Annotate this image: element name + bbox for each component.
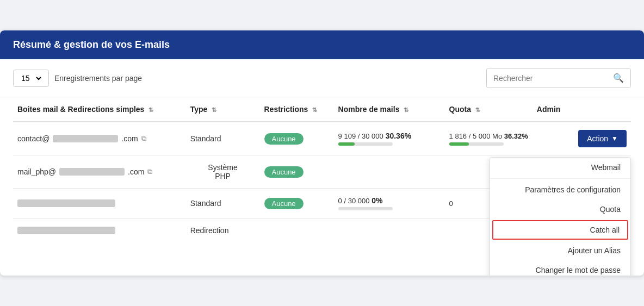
per-page-label: Enregistrements par page: [54, 74, 142, 83]
mail-percent-1: 30.36%: [386, 132, 411, 140]
menu-separator-1: [490, 178, 630, 179]
progress-bar-quota-1: [449, 142, 504, 146]
toolbar: 15 10 25 50 100 Enregistrements par page…: [0, 59, 644, 97]
col-header-nombre: Nombre de mails ⇅: [334, 97, 445, 122]
chevron-down-icon: ▼: [611, 135, 618, 142]
col-header-admin: Admin: [532, 97, 631, 122]
mail-count-3: 0 / 30 000: [338, 197, 370, 205]
email-suffix-2: .com: [128, 167, 144, 176]
col-header-quota: Quota ⇅: [445, 97, 532, 122]
type-cell-3: Standard: [186, 189, 260, 218]
quota-value-1: 1 816 / 5 000 Mo: [449, 132, 503, 140]
per-page-select-wrap[interactable]: 15 10 25 50 100: [13, 70, 49, 87]
search-button[interactable]: 🔍: [606, 68, 630, 88]
mail-percent-3: 0%: [371, 196, 382, 205]
badge-aucune-2: Aucune: [264, 166, 304, 178]
copy-icon-1[interactable]: ⧉: [141, 134, 146, 143]
nombre-cell-1: 9 109 / 30 000 30.36%: [334, 122, 445, 155]
nombre-cell-3: 0 / 30 000 0%: [334, 189, 445, 218]
table-wrap: Boites mail & Redirections simples ⇅ Typ…: [0, 97, 644, 242]
email-prefix-1: contact@: [17, 134, 49, 143]
email-blurred-3: [17, 199, 115, 207]
email-cell-3: [13, 189, 186, 218]
dropdown-item-alias[interactable]: Ajouter un Alias: [490, 241, 630, 260]
main-container: Résumé & gestion de vos E-mails 15 10 25…: [0, 30, 644, 276]
email-cell-4: [13, 218, 186, 243]
sort-icon-nombre[interactable]: ⇅: [404, 107, 408, 113]
email-cell-2: mail_php@ .com ⧉: [13, 155, 186, 189]
quota-cell-1: 1 816 / 5 000 Mo 36.32%: [445, 122, 532, 155]
emails-table: Boites mail & Redirections simples ⇅ Typ…: [13, 97, 631, 242]
badge-aucune-3: Aucune: [264, 198, 304, 209]
dropdown-item-password[interactable]: Changer le mot de passe: [490, 260, 630, 276]
admin-cell-1: Action ▼ Webmail Paramètres de configura…: [532, 122, 631, 155]
per-page-select[interactable]: 15 10 25 50 100: [19, 73, 43, 83]
quota-value-3: 0: [449, 199, 453, 208]
progress-fill-quota-1: [449, 142, 469, 146]
col-header-type: Type ⇅: [186, 97, 260, 122]
sort-icon-email[interactable]: ⇅: [148, 107, 153, 113]
toolbar-left: 15 10 25 50 100 Enregistrements par page: [13, 70, 142, 87]
mail-count-1: 9 109 / 30 000: [338, 132, 383, 140]
email-suffix-1: .com: [121, 134, 138, 143]
action-button-1[interactable]: Action ▼: [578, 130, 627, 147]
sort-icon-restrictions[interactable]: ⇅: [312, 107, 317, 113]
col-header-email: Boites mail & Redirections simples ⇅: [13, 97, 186, 122]
action-dropdown: Webmail Paramètres de configuration Quot…: [490, 157, 631, 276]
dropdown-item-params[interactable]: Paramètres de configuration: [490, 180, 630, 199]
quota-percent-1: 36.32%: [504, 132, 528, 140]
sort-icon-quota[interactable]: ⇅: [475, 107, 480, 113]
search-box: 🔍: [486, 68, 631, 88]
progress-bar-mail-3: [338, 207, 393, 210]
badge-aucune-1: Aucune: [264, 133, 304, 145]
page-title: Résumé & gestion de vos E-mails: [13, 39, 170, 50]
dropdown-item-quota[interactable]: Quota: [490, 199, 630, 219]
progress-bar-mail-1: [338, 142, 393, 146]
search-input[interactable]: [487, 70, 606, 87]
type-cell-1: Standard: [186, 122, 260, 155]
email-prefix-2: mail_php@: [17, 167, 56, 176]
restriction-cell-1: Aucune: [260, 122, 334, 155]
table-header-row: Boites mail & Redirections simples ⇅ Typ…: [13, 97, 631, 122]
type-cell-4: Redirection: [186, 218, 260, 243]
email-blurred-4: [17, 227, 115, 234]
copy-icon-2[interactable]: ⧉: [147, 167, 152, 176]
dropdown-item-catchall[interactable]: Catch all: [492, 220, 628, 240]
nombre-cell-2: [334, 155, 445, 189]
restriction-cell-2: Aucune: [260, 155, 334, 189]
page-header: Résumé & gestion de vos E-mails: [0, 30, 644, 59]
restriction-cell-3: Aucune: [260, 189, 334, 218]
type-cell-2: SystèmePHP: [186, 155, 260, 189]
sort-icon-type[interactable]: ⇅: [212, 107, 216, 113]
email-blurred-1: [53, 135, 118, 142]
table-row: contact@ .com ⧉ Standard Aucune 9 109 / …: [13, 122, 631, 155]
progress-fill-mail-1: [338, 142, 355, 146]
dropdown-item-webmail[interactable]: Webmail: [490, 158, 630, 177]
col-header-restrictions: Restrictions ⇅: [260, 97, 334, 122]
restriction-cell-4: [260, 218, 334, 243]
email-blurred-2: [59, 168, 125, 176]
nombre-cell-4: [334, 218, 445, 243]
email-cell-1: contact@ .com ⧉: [13, 122, 186, 155]
